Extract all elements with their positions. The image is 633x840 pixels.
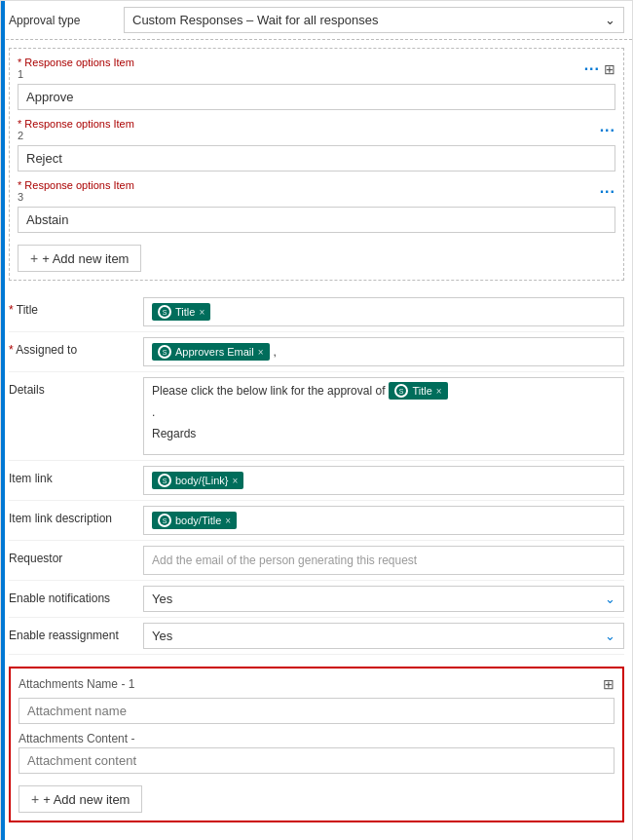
item-link-desc-token-close[interactable]: × bbox=[225, 515, 231, 526]
enable-notifications-value: Yes bbox=[152, 592, 172, 606]
item-link-row: Item link S body/{Link} × bbox=[9, 461, 624, 501]
response-input-1[interactable] bbox=[18, 84, 615, 110]
enable-notifications-label: Enable notifications bbox=[9, 586, 135, 605]
response-input-2[interactable] bbox=[18, 145, 615, 172]
item-link-desc-row: Item link description S body/Title × bbox=[9, 501, 624, 541]
title-label: * Title bbox=[9, 297, 135, 317]
attachment-header: Attachments Name - 1 ⊞ bbox=[19, 676, 614, 692]
enable-reassignment-row: Enable reassignment Yes ⌄ bbox=[9, 618, 624, 655]
response-item-3: * Response options Item 3 ··· bbox=[18, 179, 615, 233]
assigned-to-token[interactable]: S Approvers Email × bbox=[152, 343, 270, 361]
svg-text:S: S bbox=[163, 517, 168, 524]
response-item-2: * Response options Item 2 ··· bbox=[18, 118, 615, 172]
title-field[interactable]: S Title × bbox=[143, 297, 624, 326]
response-item-3-header: * Response options Item 3 ··· bbox=[18, 179, 615, 205]
details-token-close[interactable]: × bbox=[436, 386, 442, 397]
attachment-content-label: Attachments Content - bbox=[19, 732, 614, 745]
dots-menu-3[interactable]: ··· bbox=[600, 183, 615, 201]
response-item-1-actions: ··· ⊞ bbox=[584, 60, 615, 78]
enable-reassignment-dropdown[interactable]: Yes ⌄ bbox=[143, 623, 624, 649]
dots-menu-2[interactable]: ··· bbox=[600, 122, 615, 139]
requestor-field[interactable]: Add the email of the person generating t… bbox=[143, 546, 624, 575]
title-token[interactable]: S Title × bbox=[152, 303, 210, 321]
requestor-row: Requestor Add the email of the person ge… bbox=[9, 541, 624, 581]
item-link-desc-token-icon: S bbox=[158, 514, 171, 527]
notifications-chevron-icon: ⌄ bbox=[605, 592, 615, 606]
hide-advanced-options[interactable]: Hide advanced options ∧ bbox=[1, 830, 632, 840]
item-link-token-close[interactable]: × bbox=[232, 476, 238, 486]
title-row: * Title S Title × bbox=[9, 292, 624, 332]
item-link-desc-field[interactable]: S body/Title × bbox=[143, 506, 624, 535]
item-link-desc-token-text: body/Title bbox=[175, 515, 221, 526]
plus-icon: + bbox=[30, 250, 38, 266]
details-line-3: Regards bbox=[152, 425, 196, 442]
enable-notifications-row: Enable notifications Yes ⌄ bbox=[9, 581, 624, 618]
assigned-to-suffix: , bbox=[274, 345, 277, 359]
reassignment-chevron-icon: ⌄ bbox=[605, 629, 615, 643]
item-link-token[interactable]: S body/{Link} × bbox=[152, 472, 243, 489]
response-item-2-label: * Response options Item bbox=[18, 118, 134, 130]
enable-notifications-dropdown[interactable]: Yes ⌄ bbox=[143, 586, 624, 612]
response-input-3[interactable] bbox=[18, 207, 615, 233]
table-icon-1[interactable]: ⊞ bbox=[604, 61, 615, 77]
svg-text:S: S bbox=[399, 388, 404, 395]
response-item-2-header: * Response options Item 2 ··· bbox=[18, 118, 615, 143]
attachment-section: Attachments Name - 1 ⊞ Attachments Conte… bbox=[9, 667, 624, 822]
assigned-to-token-icon: S bbox=[158, 345, 171, 359]
item-link-label: Item link bbox=[9, 466, 135, 485]
svg-text:S: S bbox=[163, 309, 168, 316]
details-title-token[interactable]: S Title × bbox=[389, 382, 447, 400]
add-response-item-button[interactable]: + + Add new item bbox=[18, 245, 141, 272]
details-row: Details Please click the below link for … bbox=[9, 372, 624, 461]
item-link-desc-label: Item link description bbox=[9, 506, 135, 525]
attachment-table-icon[interactable]: ⊞ bbox=[603, 676, 614, 692]
left-accent bbox=[1, 1, 5, 840]
response-item-1-header: * Response options Item 1 ··· ⊞ bbox=[18, 57, 615, 82]
svg-text:S: S bbox=[163, 349, 168, 356]
response-item-3-label: * Response options Item bbox=[18, 179, 134, 191]
title-token-close[interactable]: × bbox=[199, 307, 205, 318]
response-item-3-number: 3 bbox=[18, 191, 134, 203]
requestor-placeholder: Add the email of the person generating t… bbox=[152, 554, 417, 567]
item-link-field[interactable]: S body/{Link} × bbox=[143, 466, 624, 495]
form-section: * Title S Title × * Assigned to bbox=[1, 288, 632, 659]
attachment-content-input[interactable] bbox=[19, 747, 614, 774]
assigned-to-token-text: Approvers Email bbox=[175, 346, 254, 358]
approval-type-label: Approval type bbox=[9, 14, 116, 27]
details-prefix-text: Please click the below link for the appr… bbox=[152, 382, 385, 400]
details-token-icon: S bbox=[394, 384, 408, 398]
item-link-token-text: body/{Link} bbox=[175, 475, 228, 486]
response-item-1-number: 1 bbox=[18, 68, 134, 80]
item-link-desc-token[interactable]: S body/Title × bbox=[152, 512, 237, 529]
item-link-token-icon: S bbox=[158, 474, 171, 487]
attachment-name-label: Attachments Name - 1 bbox=[19, 677, 134, 691]
attachment-name-input[interactable] bbox=[19, 698, 614, 724]
approval-type-select[interactable]: Custom Responses – Wait for all response… bbox=[124, 7, 624, 33]
response-item-2-actions: ··· bbox=[600, 122, 615, 139]
requestor-label: Requestor bbox=[9, 546, 135, 565]
details-field[interactable]: Please click the below link for the appr… bbox=[143, 377, 624, 455]
assigned-to-label: * Assigned to bbox=[9, 337, 135, 357]
details-label: Details bbox=[9, 377, 135, 397]
assigned-to-token-close[interactable]: × bbox=[258, 347, 264, 358]
details-line-1: Please click the below link for the appr… bbox=[152, 382, 448, 400]
dots-menu-1[interactable]: ··· bbox=[584, 60, 600, 78]
main-container: Approval type Custom Responses – Wait fo… bbox=[0, 0, 633, 840]
approval-type-row: Approval type Custom Responses – Wait fo… bbox=[1, 1, 632, 40]
assigned-to-row: * Assigned to S Approvers Email × , bbox=[9, 332, 624, 372]
add-attachment-label: + Add new item bbox=[43, 792, 130, 807]
add-attachment-button[interactable]: + + Add new item bbox=[19, 785, 142, 813]
enable-reassignment-label: Enable reassignment bbox=[9, 623, 135, 642]
add-response-item-label: + Add new item bbox=[42, 251, 129, 266]
response-item-1-label: * Response options Item bbox=[18, 57, 134, 68]
approval-type-value: Custom Responses – Wait for all response… bbox=[132, 13, 378, 27]
response-options-box: * Response options Item 1 ··· ⊞ * Respon… bbox=[9, 48, 624, 281]
enable-reassignment-value: Yes bbox=[152, 629, 172, 643]
title-token-text: Title bbox=[175, 306, 195, 318]
title-token-icon: S bbox=[158, 305, 171, 319]
response-item-3-actions: ··· bbox=[600, 183, 615, 201]
attachment-plus-icon: + bbox=[31, 791, 39, 807]
assigned-to-field[interactable]: S Approvers Email × , bbox=[143, 337, 624, 366]
details-token-text: Title bbox=[412, 385, 431, 397]
chevron-down-icon: ⌄ bbox=[605, 13, 615, 27]
